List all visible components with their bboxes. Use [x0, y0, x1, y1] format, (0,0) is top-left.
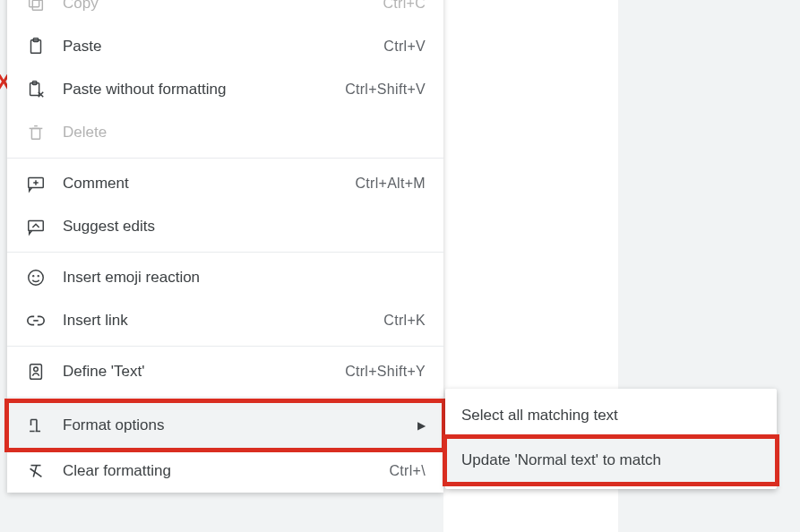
menu-item-comment[interactable]: Comment Ctrl+Alt+M — [7, 162, 443, 205]
svg-rect-8 — [29, 221, 44, 231]
keyboard-shortcut: Ctrl+\ — [390, 463, 426, 479]
format-options-icon — [25, 415, 47, 436]
keyboard-shortcut: Ctrl+Shift+V — [345, 82, 426, 98]
menu-item-paste[interactable]: Paste Ctrl+V — [7, 25, 443, 68]
suggest-edits-icon — [25, 216, 47, 237]
menu-separator — [7, 252, 443, 253]
menu-item-format-options[interactable]: Format options ▶ — [7, 401, 443, 450]
menu-item-label: Define 'Text' — [63, 363, 145, 381]
menu-item-label: Paste — [63, 38, 101, 56]
paste-plain-icon — [25, 79, 47, 100]
menu-separator — [7, 397, 443, 398]
menu-item-suggest-edits[interactable]: Suggest edits — [7, 205, 443, 248]
menu-item-insert-link[interactable]: Insert link Ctrl+K — [7, 299, 443, 342]
menu-item-define[interactable]: Define 'Text' Ctrl+Shift+Y — [7, 350, 443, 393]
paste-icon — [25, 36, 47, 57]
clear-formatting-icon — [25, 460, 47, 482]
svg-point-9 — [29, 270, 44, 286]
menu-item-label: Insert link — [63, 312, 128, 330]
svg-point-10 — [33, 276, 34, 277]
trash-icon — [25, 122, 47, 143]
submenu-arrow-icon: ▶ — [417, 419, 426, 432]
svg-point-13 — [34, 367, 39, 372]
menu-item-label: Paste without formatting — [63, 81, 226, 99]
context-menu: Copy Ctrl+C Paste Ctrl+V Paste without f… — [7, 0, 443, 493]
copy-icon — [25, 0, 47, 14]
menu-item-label: Format options — [63, 416, 164, 434]
menu-item-delete: Delete — [7, 111, 443, 154]
format-options-submenu: Select all matching text Update 'Normal … — [445, 389, 777, 489]
keyboard-shortcut: Ctrl+K — [383, 313, 426, 329]
menu-item-paste-without-formatting[interactable]: Paste without formatting Ctrl+Shift+V — [7, 68, 443, 111]
menu-item-label: Delete — [63, 124, 107, 142]
submenu-item-select-matching[interactable]: Select all matching text — [445, 394, 777, 437]
menu-item-clear-formatting[interactable]: Clear formatting Ctrl+\ — [7, 450, 443, 493]
keyboard-shortcut: Ctrl+C — [383, 0, 426, 12]
emoji-icon — [25, 267, 47, 288]
menu-separator — [7, 346, 443, 347]
link-icon — [25, 310, 47, 331]
menu-item-label: Suggest edits — [63, 218, 155, 236]
menu-item-label: Copy — [63, 0, 99, 13]
keyboard-shortcut: Ctrl+Shift+Y — [345, 364, 426, 380]
menu-item-insert-emoji[interactable]: Insert emoji reaction — [7, 256, 443, 299]
comment-icon — [25, 173, 47, 194]
menu-item-copy: Copy Ctrl+C — [7, 0, 443, 25]
menu-item-label: Clear formatting — [63, 462, 171, 480]
submenu-item-label: Update 'Normal text' to match — [461, 451, 661, 469]
svg-rect-6 — [31, 128, 39, 139]
svg-rect-1 — [30, 0, 39, 7]
keyboard-shortcut: Ctrl+V — [383, 39, 426, 55]
menu-item-label: Insert emoji reaction — [63, 269, 200, 287]
svg-point-11 — [38, 276, 39, 277]
keyboard-shortcut: Ctrl+Alt+M — [355, 176, 426, 192]
menu-item-label: Comment — [63, 175, 129, 193]
dictionary-icon — [25, 361, 47, 382]
submenu-item-update-normal-text[interactable]: Update 'Normal text' to match — [445, 437, 777, 484]
menu-separator — [7, 158, 443, 159]
svg-rect-0 — [32, 0, 42, 10]
submenu-item-label: Select all matching text — [461, 407, 618, 425]
